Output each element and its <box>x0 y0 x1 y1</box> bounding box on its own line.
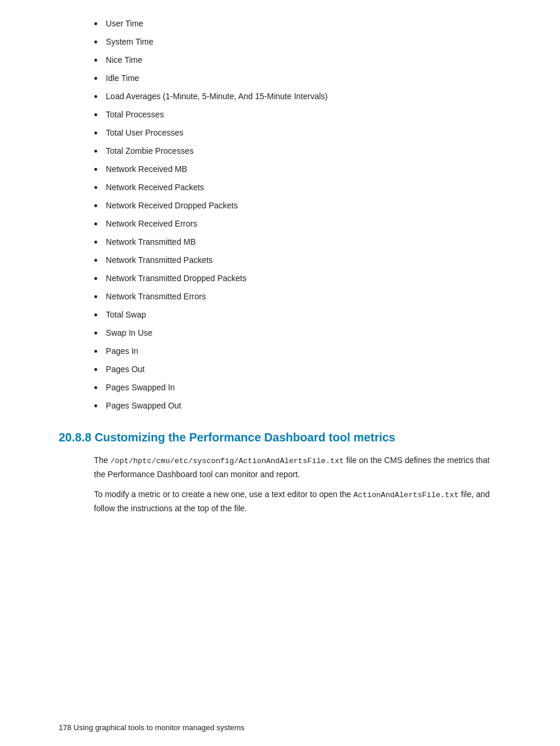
list-item: •Load Averages (1-Minute, 5-Minute, And … <box>94 90 501 105</box>
list-item-label: Load Averages (1-Minute, 5-Minute, And 1… <box>106 90 328 103</box>
bullet-dot: • <box>94 162 97 178</box>
paragraph-1: The /opt/hptc/cmu/etc/sysconfig/ActionAn… <box>94 454 501 481</box>
paragraph1-prefix: The <box>94 455 110 465</box>
paragraph2-code: ActionAndAlertsFile.txt <box>353 491 458 499</box>
list-item-label: Pages Out <box>106 363 144 376</box>
list-item-label: Total Processes <box>106 109 164 121</box>
bullet-dot: • <box>94 217 97 232</box>
list-item-label: Network Transmitted Errors <box>106 291 205 303</box>
list-item: •Idle Time <box>94 72 501 87</box>
bullet-dot: • <box>94 71 97 87</box>
list-item-label: Network Transmitted Packets <box>106 254 212 266</box>
bullet-dot: • <box>94 308 97 323</box>
bullet-dot: • <box>94 89 97 105</box>
list-item: •Swap In Use <box>94 327 501 342</box>
list-item-label: Total User Processes <box>106 127 183 139</box>
list-item-label: Pages Swapped Out <box>106 400 181 412</box>
paragraph1-code1: /opt/hptc/cmu/etc/sysconfig/ActionAndAle… <box>110 457 344 465</box>
paragraph-2: To modify a metric or to create a new on… <box>94 488 501 515</box>
bullet-list: •User Time•System Time•Nice Time•Idle Ti… <box>94 18 501 414</box>
list-item-label: System Time <box>106 36 153 48</box>
list-item-label: Idle Time <box>106 72 139 85</box>
bullet-dot: • <box>94 362 97 378</box>
bullet-dot: • <box>94 289 97 305</box>
bullet-dot: • <box>94 35 97 50</box>
list-item: •Total Processes <box>94 109 501 123</box>
list-item-label: Nice Time <box>106 54 142 66</box>
list-item-label: Network Transmitted MB <box>106 236 195 248</box>
list-item-label: Network Received Errors <box>106 218 197 230</box>
list-item-label: User Time <box>106 18 143 30</box>
bullet-dot: • <box>94 16 97 32</box>
list-item: •User Time <box>94 18 501 32</box>
list-item: •Total User Processes <box>94 127 501 141</box>
list-item: •Total Zombie Processes <box>94 145 501 160</box>
bullet-dot: • <box>94 399 97 414</box>
section-heading: 20.8.8 Customizing the Performance Dashb… <box>59 431 501 444</box>
list-item: •Nice Time <box>94 54 501 69</box>
list-item-label: Network Received Packets <box>106 181 204 194</box>
bullet-dot: • <box>94 107 97 123</box>
list-item-label: Pages Swapped In <box>106 382 175 394</box>
list-item-label: Pages In <box>106 345 138 357</box>
list-item-label: Total Zombie Processes <box>106 145 193 157</box>
bullet-dot: • <box>94 126 97 141</box>
bullet-dot: • <box>94 53 97 69</box>
section-body: The /opt/hptc/cmu/etc/sysconfig/ActionAn… <box>94 454 501 515</box>
list-item: •Network Transmitted Errors <box>94 291 501 305</box>
bullet-dot: • <box>94 253 97 269</box>
list-item: •Network Received Packets <box>94 181 501 196</box>
list-item: •Total Swap <box>94 309 501 323</box>
list-item: •Network Received MB <box>94 163 501 178</box>
list-item: •System Time <box>94 36 501 50</box>
bullet-dot: • <box>94 235 97 251</box>
bullet-dot: • <box>94 271 97 287</box>
bullet-dot: • <box>94 180 97 196</box>
page-container: •User Time•System Time•Nice Time•Idle Ti… <box>0 0 560 746</box>
list-item-label: Network Received Dropped Packets <box>106 200 238 212</box>
list-item: •Pages In <box>94 345 501 360</box>
bullet-dot: • <box>94 344 97 360</box>
page-footer: 178 Using graphical tools to monitor man… <box>59 723 245 732</box>
list-item: •Pages Swapped Out <box>94 400 501 414</box>
list-item-label: Total Swap <box>106 309 146 321</box>
paragraph2-prefix: To modify a metric or to create a new on… <box>94 490 353 499</box>
bullet-dot: • <box>94 198 97 214</box>
list-item: •Network Received Dropped Packets <box>94 200 501 214</box>
list-item: •Pages Swapped In <box>94 382 501 396</box>
list-item: •Network Transmitted MB <box>94 236 501 251</box>
bullet-dot: • <box>94 326 97 342</box>
list-item-label: Network Received MB <box>106 163 187 175</box>
list-item: •Network Transmitted Packets <box>94 254 501 269</box>
bullet-dot: • <box>94 380 97 396</box>
list-item-label: Network Transmitted Dropped Packets <box>106 272 247 285</box>
list-item: •Network Received Errors <box>94 218 501 232</box>
list-item-label: Swap In Use <box>106 327 152 339</box>
bullet-dot: • <box>94 144 97 160</box>
list-item: •Network Transmitted Dropped Packets <box>94 272 501 287</box>
list-item: •Pages Out <box>94 363 501 378</box>
